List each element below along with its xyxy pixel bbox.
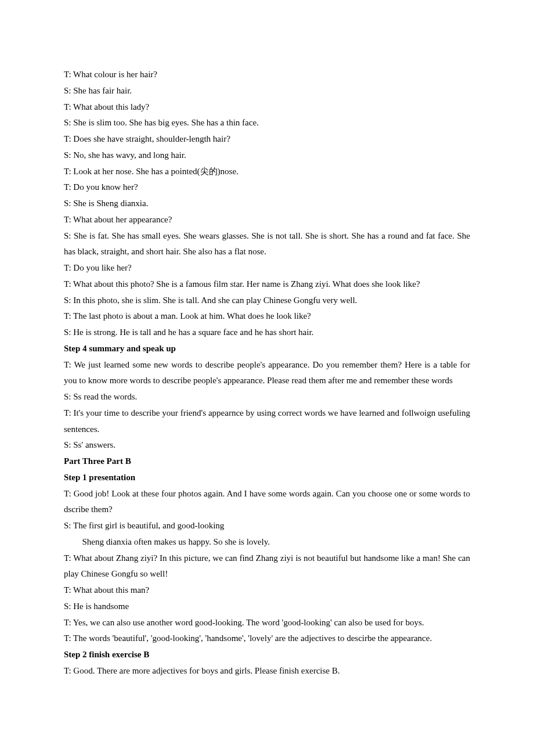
text-line: T: The words 'beautiful', 'good-looking'… <box>64 631 470 647</box>
heading-line: Step 4 summary and speak up <box>64 341 470 357</box>
heading-line: Step 2 finish exercise B <box>64 647 470 663</box>
text-line: T: What about this man? <box>64 582 470 599</box>
text-line: S: Ss' answers. <box>64 437 470 453</box>
text-line: S: She is slim too. She has big eyes. Sh… <box>64 115 470 131</box>
text-line: T: Does she have straight, shoulder-leng… <box>64 131 470 147</box>
text-line: S: He is strong. He is tall and he has a… <box>64 325 470 341</box>
text-line: T: Good job! Look at these four photos a… <box>64 486 470 519</box>
text-line: T: Do you know her? <box>64 179 470 196</box>
text-line: T: The last photo is about a man. Look a… <box>64 308 470 325</box>
text-line: T: What about her appearance? <box>64 212 470 228</box>
document-page: T: What colour is her hair?S: She has fa… <box>0 0 534 756</box>
text-line: T: Do you like her? <box>64 260 470 276</box>
text-line: T: Look at her nose. She has a pointed(尖… <box>64 164 470 180</box>
text-line: S: In this photo, she is slim. She is ta… <box>64 293 470 309</box>
text-line: T: What about this photo? She is a famou… <box>64 276 470 293</box>
text-line: T: We just learned some new words to des… <box>64 357 470 390</box>
text-line: T: What colour is her hair? <box>64 67 470 83</box>
text-line: T: Yes, we can also use another word goo… <box>64 615 470 631</box>
text-line: S: The first girl is beautiful, and good… <box>64 518 470 534</box>
text-line: S: She is fat. She has small eyes. She w… <box>64 228 470 261</box>
text-line: S: She is Sheng dianxia. <box>64 196 470 212</box>
text-line: S: He is handsome <box>64 599 470 615</box>
heading-line: Step 1 presentation <box>64 470 470 486</box>
document-body: T: What colour is her hair?S: She has fa… <box>64 67 470 679</box>
text-line: S: Ss read the words. <box>64 389 470 405</box>
heading-line: Part Three Part B <box>64 453 470 470</box>
text-line: Sheng dianxia often makes us happy. So s… <box>64 534 470 550</box>
text-line: S: She has fair hair. <box>64 83 470 99</box>
text-line: T: It's your time to describe your frien… <box>64 405 470 438</box>
text-line: T: What about this lady? <box>64 99 470 116</box>
text-line: S: No, she has wavy, and long hair. <box>64 147 470 164</box>
text-line: T: Good. There are more adjectives for b… <box>64 663 470 679</box>
text-line: T: What about Zhang ziyi? In this pictur… <box>64 550 470 583</box>
